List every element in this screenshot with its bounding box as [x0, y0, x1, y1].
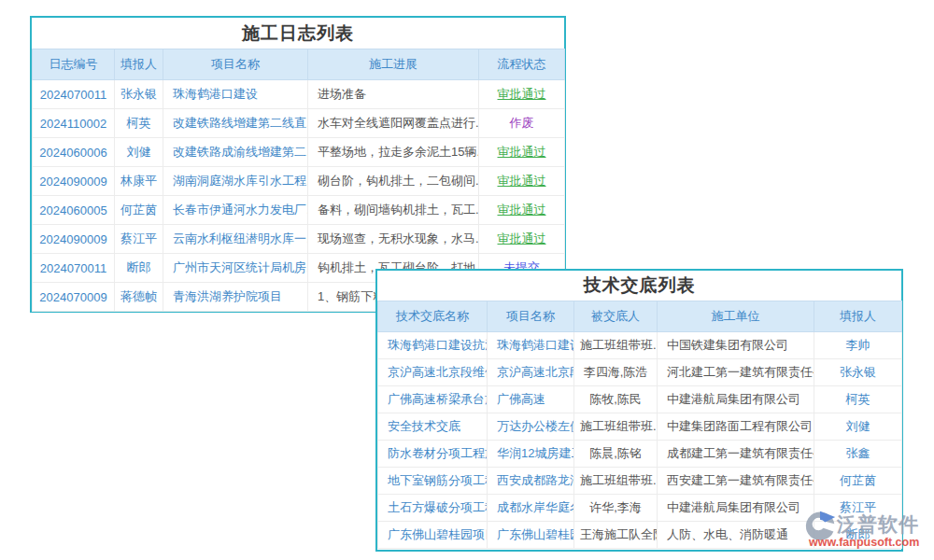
log_table-status-cell[interactable]: 审批通过 — [479, 225, 565, 254]
log_table-progress-cell: 水车对全线遮阳网覆盖点进行... — [308, 109, 479, 138]
table-header-row: 技术交底名称 项目名称 被交底人 施工单位 填报人 — [378, 301, 902, 332]
log_table-reporter-cell[interactable]: 蒋德帧 — [115, 283, 163, 312]
log_table-project-cell[interactable]: 珠海鹤港口建设 — [163, 80, 308, 109]
disc_table-unit-cell: 中建港航局集团有限公司 — [658, 495, 814, 522]
disc_table-reporter-cell[interactable]: 刘健 — [814, 413, 902, 441]
table-row: 2024070011张永银珠海鹤港口建设进场准备审批通过 — [33, 80, 565, 109]
log_table-reporter-cell[interactable]: 张永银 — [115, 80, 163, 109]
col-header-status: 流程状态 — [479, 49, 565, 80]
disc_table-briefed-cell: 王海施工队全队 — [574, 522, 658, 549]
disc_table-name-cell[interactable]: 安全技术交底 — [378, 413, 488, 441]
col-header-briefed-person: 被交底人 — [574, 301, 658, 332]
log_table-status-cell[interactable]: 审批通过 — [479, 138, 565, 167]
disc_table-briefed-cell: 施工班组带班... — [574, 413, 658, 441]
log_table-reporter-cell[interactable]: 何芷茵 — [115, 196, 163, 225]
log_table-project-cell[interactable]: 云南水利枢纽潜明水库一... — [163, 225, 308, 254]
disc_table-name-cell[interactable]: 珠海鹤港口建设抗浮... — [378, 332, 488, 359]
log_table-id-cell[interactable]: 2024060006 — [33, 138, 115, 167]
log_table-id-cell[interactable]: 2024090009 — [33, 225, 115, 254]
table-header-row: 日志编号 填报人 项目名称 施工进展 流程状态 — [33, 49, 565, 80]
col-header-disclosure-name: 技术交底名称 — [378, 301, 488, 332]
col-header-project: 项目名称 — [163, 49, 308, 80]
disc_table-name-cell[interactable]: 地下室钢筋分项工程... — [378, 468, 488, 495]
table-row: 京沪高速北京段维修...京沪高速北京段维修李四海,陈浩河北建工第一建筑有限责任公… — [378, 359, 902, 386]
disc_table-unit-cell: 成都建工第一建筑有限责任公司 — [658, 441, 814, 468]
log_table-id-cell[interactable]: 2024070009 — [33, 283, 115, 312]
log_table-reporter-cell[interactable]: 林康平 — [115, 167, 163, 196]
disc_table-project-cell[interactable]: 成都水岸华庭名苑... — [488, 495, 574, 522]
fanpu-watermark: 泛普软件 www.fanpusoft.com — [803, 506, 932, 553]
log_table-project-cell[interactable]: 青海洪湖养护院项目 — [163, 283, 308, 312]
disc_table-project-cell[interactable]: 西安成都路龙湖上... — [488, 468, 574, 495]
disc_table-project-cell[interactable]: 广东佛山碧桂园项目 — [488, 522, 574, 549]
log_table-progress-cell: 平整场地，拉走多余泥土15辆... — [308, 138, 479, 167]
log_table-reporter-cell[interactable]: 刘健 — [115, 138, 163, 167]
table-row: 2024060006刘健改建铁路成渝线增建第二...平整场地，拉走多余泥土15辆… — [33, 138, 565, 167]
col-header-reporter: 填报人 — [115, 49, 163, 80]
log_table-status-cell[interactable]: 审批通过 — [479, 167, 565, 196]
disc_table-reporter-cell[interactable]: 何芷茵 — [814, 468, 902, 495]
disc_table-briefed-cell: 许华,李海 — [574, 495, 658, 522]
disc_table-reporter-cell[interactable]: 张鑫 — [814, 441, 902, 468]
disc_table-project-cell[interactable]: 华润12城房建工... — [488, 441, 574, 468]
disc_table-unit-cell: 西安建工第一建筑有限责任公司 — [658, 468, 814, 495]
fanpu-brand-text: 泛普软件 — [837, 511, 919, 538]
log_table-project-cell[interactable]: 广州市天河区统计局机房... — [163, 254, 308, 283]
table-row: 2024110002柯英改建铁路线增建第二线直...水车对全线遮阳网覆盖点进行.… — [33, 109, 565, 138]
log_table-project-cell[interactable]: 湖南洞庭湖水库引水工程... — [163, 167, 308, 196]
disc_table-briefed-cell: 陈牧,陈民 — [574, 386, 658, 413]
col-header-log-id: 日志编号 — [33, 49, 115, 80]
disc_table-name-cell[interactable]: 防水卷材分项工程施... — [378, 441, 488, 468]
log_table-project-cell[interactable]: 长春市伊通河水力发电厂... — [163, 196, 308, 225]
construction-log-title: 施工日志列表 — [32, 18, 564, 49]
log_table-reporter-cell[interactable]: 柯英 — [115, 109, 163, 138]
log_table-progress-cell: 现场巡查，无积水现象，水马... — [308, 225, 479, 254]
table-row: 防水卷材分项工程施...华润12城房建工...陈晨,陈铭成都建工第一建筑有限责任… — [378, 441, 902, 468]
disc_table-project-cell[interactable]: 珠海鹤港口建设 — [488, 332, 574, 359]
log_table-id-cell[interactable]: 2024070011 — [33, 254, 115, 283]
disc_table-unit-cell: 人防、水电、消防暖通 — [658, 522, 814, 549]
disc_table-reporter-cell[interactable]: 李帅 — [814, 332, 902, 359]
disc_table-name-cell[interactable]: 土石方爆破分项工程... — [378, 495, 488, 522]
fanpu-url-text: www.fanpusoft.com — [809, 536, 919, 549]
disc_table-name-cell[interactable]: 广佛高速桥梁承台施... — [378, 386, 488, 413]
table-row: 广佛高速桥梁承台施...广佛高速陈牧,陈民中建港航局集团有限公司柯英 — [378, 386, 902, 413]
disc_table-name-cell[interactable]: 广东佛山碧桂园项目... — [378, 522, 488, 549]
log_table-status-cell[interactable]: 审批通过 — [479, 80, 565, 109]
table-row: 安全技术交底万达办公楼左侧A...施工班组带班...中建集团路面工程有限公司刘健 — [378, 413, 902, 441]
disc_table-unit-cell: 中建集团路面工程有限公司 — [658, 413, 814, 441]
log_table-id-cell[interactable]: 2024110002 — [33, 109, 115, 138]
disc_table-unit-cell: 中国铁建集团有限公司 — [658, 332, 814, 359]
log_table-progress-cell: 砌台阶，钩机排土，二包砌间... — [308, 167, 479, 196]
col-header-construction-unit: 施工单位 — [658, 301, 814, 332]
disc_table-briefed-cell: 施工班组带班... — [574, 468, 658, 495]
log_table-project-cell[interactable]: 改建铁路线增建第二线直... — [163, 109, 308, 138]
log_table-progress-cell: 备料，砌间墙钩机排土，瓦工... — [308, 196, 479, 225]
disc_table-project-cell[interactable]: 广佛高速 — [488, 386, 574, 413]
disc_table-project-cell[interactable]: 京沪高速北京段维修 — [488, 359, 574, 386]
col-header-project: 项目名称 — [488, 301, 574, 332]
technical-disclosure-title: 技术交底列表 — [377, 271, 901, 301]
col-header-progress: 施工进展 — [308, 49, 479, 80]
log_table-id-cell[interactable]: 2024090009 — [33, 167, 115, 196]
disc_table-reporter-cell[interactable]: 张永银 — [814, 359, 902, 386]
disc_table-briefed-cell: 施工班组带班... — [574, 332, 658, 359]
disc_table-briefed-cell: 李四海,陈浩 — [574, 359, 658, 386]
disc_table-reporter-cell[interactable]: 柯英 — [814, 386, 902, 413]
log_table-reporter-cell[interactable]: 断郎 — [115, 254, 163, 283]
log_table-progress-cell: 进场准备 — [308, 80, 479, 109]
disc_table-briefed-cell: 陈晨,陈铭 — [574, 441, 658, 468]
disc_table-project-cell[interactable]: 万达办公楼左侧A... — [488, 413, 574, 441]
log_table-status-cell[interactable]: 审批通过 — [479, 196, 565, 225]
log_table-id-cell[interactable]: 2024070011 — [33, 80, 115, 109]
log_table-id-cell[interactable]: 2024060005 — [33, 196, 115, 225]
col-header-reporter: 填报人 — [814, 301, 902, 332]
log_table-project-cell[interactable]: 改建铁路成渝线增建第二... — [163, 138, 308, 167]
disc_table-name-cell[interactable]: 京沪高速北京段维修... — [378, 359, 488, 386]
disc_table-unit-cell: 中建港航局集团有限公司 — [658, 386, 814, 413]
table-row: 地下室钢筋分项工程...西安成都路龙湖上...施工班组带班...西安建工第一建筑… — [378, 468, 902, 495]
log_table-reporter-cell[interactable]: 蔡江平 — [115, 225, 163, 254]
table-row: 2024060005何芷茵长春市伊通河水力发电厂...备料，砌间墙钩机排土，瓦工… — [33, 196, 565, 225]
log_table-status-cell[interactable]: 作废 — [479, 109, 565, 138]
table-row: 2024090009蔡江平云南水利枢纽潜明水库一...现场巡查，无积水现象，水马… — [33, 225, 565, 254]
